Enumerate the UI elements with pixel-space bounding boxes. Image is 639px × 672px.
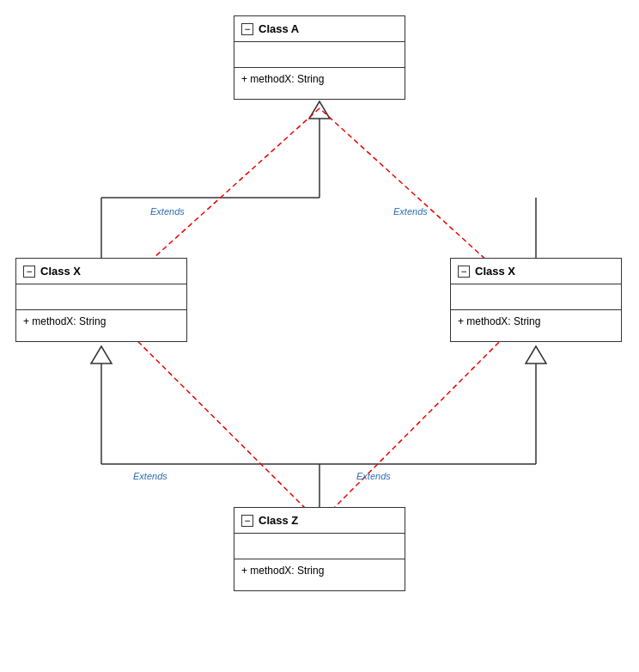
class-z-methods: + methodX: String bbox=[234, 559, 405, 590]
class-a-header: − Class A bbox=[234, 16, 405, 42]
class-x1-header: − Class X bbox=[16, 259, 186, 284]
class-z-title: Class Z bbox=[259, 514, 298, 527]
svg-marker-3 bbox=[309, 101, 330, 119]
class-a-methods: + methodX: String bbox=[234, 68, 405, 99]
class-a: − Class A + methodX: String bbox=[234, 15, 405, 100]
svg-marker-11 bbox=[526, 346, 546, 363]
class-x2-title: Class X bbox=[475, 265, 515, 278]
class-x1: − Class X + methodX: String bbox=[15, 258, 187, 342]
collapse-icon-a[interactable]: − bbox=[241, 23, 253, 35]
class-z-attributes bbox=[234, 534, 405, 559]
class-a-title: Class A bbox=[259, 22, 299, 35]
class-x2-attributes bbox=[451, 284, 621, 310]
class-x2-methods: + methodX: String bbox=[451, 310, 621, 341]
extends-label-2: Extends bbox=[393, 206, 428, 217]
class-x2: − Class X + methodX: String bbox=[450, 258, 622, 342]
collapse-icon-z[interactable]: − bbox=[241, 515, 253, 527]
extends-label-1: Extends bbox=[150, 206, 185, 217]
svg-marker-8 bbox=[91, 346, 112, 363]
extends-label-3: Extends bbox=[133, 471, 167, 481]
collapse-icon-x1[interactable]: − bbox=[23, 266, 35, 278]
class-x2-header: − Class X bbox=[451, 259, 621, 284]
diagram-container: − Class A + methodX: String − Class X + … bbox=[0, 0, 639, 672]
collapse-icon-x2[interactable]: − bbox=[458, 266, 470, 278]
class-z-header: − Class Z bbox=[234, 508, 405, 534]
class-z: − Class Z + methodX: String bbox=[234, 507, 405, 591]
class-x1-attributes bbox=[16, 284, 186, 310]
class-a-attributes bbox=[234, 42, 405, 68]
class-x1-title: Class X bbox=[40, 265, 81, 278]
class-x1-methods: + methodX: String bbox=[16, 310, 186, 341]
extends-label-4: Extends bbox=[356, 471, 391, 481]
